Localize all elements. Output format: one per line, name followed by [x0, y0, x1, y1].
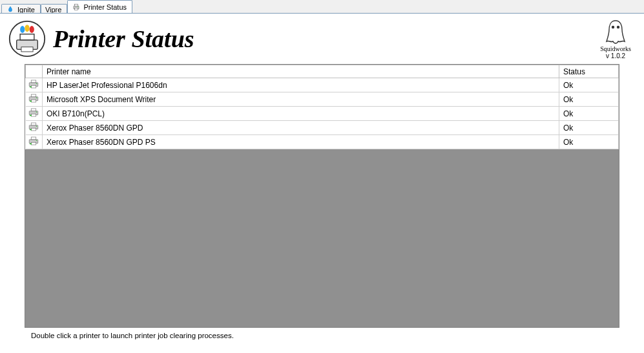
printer-name-cell: Xerox Phaser 8560DN GPD: [43, 121, 559, 135]
printer-name-cell: Microsoft XPS Document Writer: [43, 92, 559, 107]
printer-status-cell: Ok: [559, 135, 619, 149]
svg-rect-20: [32, 100, 37, 102]
brand-name: Squidworks: [600, 45, 631, 52]
svg-point-10: [30, 26, 34, 33]
table-header-row: Printer name Status: [26, 65, 619, 78]
printer-table: Printer name Status HP LaserJet Professi…: [25, 65, 619, 149]
squid-icon: [604, 18, 627, 45]
svg-rect-14: [32, 80, 37, 83]
brand-version: v 1.0.2: [606, 52, 625, 59]
column-header-status[interactable]: Status: [559, 65, 619, 78]
svg-point-11: [612, 26, 614, 28]
svg-point-16: [36, 83, 37, 85]
printer-status-cell: Ok: [559, 107, 619, 121]
column-header-name[interactable]: Printer name: [43, 65, 559, 78]
printer-row-icon: [26, 135, 43, 149]
svg-point-9: [25, 25, 29, 32]
tab-label: Vipre: [45, 6, 61, 14]
tab-strip: Ignite Vipre Printer Status: [0, 0, 644, 13]
grid-empty-area: [25, 149, 619, 327]
svg-point-21: [36, 98, 37, 99]
brand-block: Squidworks v 1.0.2: [600, 18, 634, 59]
svg-point-26: [36, 112, 37, 113]
svg-rect-19: [32, 94, 37, 97]
printer-row-icon: [26, 78, 43, 92]
page-title: Printer Status: [53, 25, 194, 53]
svg-rect-15: [32, 85, 37, 88]
svg-rect-17: [30, 87, 32, 88]
printer-name-cell: Xerox Phaser 8560DN GPD PS: [43, 135, 559, 149]
table-row[interactable]: Xerox Phaser 8560DN GPDOk: [26, 121, 619, 135]
printer-row-icon: [26, 92, 43, 107]
main-panel: Printer Status Squidworks v 1.0.2: [0, 13, 644, 353]
printer-grid-container: Printer name Status HP LaserJet Professi…: [25, 64, 619, 328]
table-row[interactable]: HP LaserJet Professional P1606dnOk: [26, 78, 619, 92]
svg-rect-30: [32, 128, 37, 131]
printer-row-icon: [26, 107, 43, 121]
svg-rect-35: [32, 142, 37, 145]
svg-point-36: [36, 140, 37, 142]
svg-rect-22: [30, 101, 32, 102]
svg-rect-37: [30, 144, 32, 145]
table-row[interactable]: Xerox Phaser 8560DN GPD PSOk: [26, 135, 619, 149]
hint-text: Double click a printer to launch printer…: [31, 332, 644, 339]
printer-icon: [72, 3, 81, 12]
svg-rect-29: [32, 123, 37, 125]
svg-rect-34: [32, 137, 37, 140]
page-header: Printer Status Squidworks v 1.0.2: [0, 14, 644, 61]
svg-rect-2: [75, 8, 78, 10]
svg-point-8: [20, 26, 25, 33]
printer-row-icon: [26, 121, 43, 135]
svg-rect-6: [20, 34, 34, 40]
table-row[interactable]: Microsoft XPS Document WriterOk: [26, 92, 619, 107]
printer-name-cell: HP LaserJet Professional P1606dn: [43, 78, 559, 92]
printer-status-cell: Ok: [559, 78, 619, 92]
tab-printer-status[interactable]: Printer Status: [67, 0, 132, 13]
printer-status-cell: Ok: [559, 121, 619, 135]
printer-logo-icon: [8, 19, 47, 58]
printer-name-cell: OKI B710n(PCL): [43, 107, 559, 121]
table-row[interactable]: OKI B710n(PCL)Ok: [26, 107, 619, 121]
svg-rect-25: [32, 114, 37, 116]
svg-point-12: [617, 26, 619, 28]
svg-point-31: [36, 126, 37, 127]
svg-rect-24: [32, 109, 37, 111]
svg-rect-1: [75, 4, 78, 6]
tab-label: Ignite: [17, 6, 35, 14]
column-header-icon[interactable]: [26, 65, 43, 78]
svg-rect-32: [30, 129, 32, 131]
svg-rect-27: [30, 115, 32, 116]
printer-status-cell: Ok: [559, 92, 619, 107]
svg-rect-7: [21, 47, 33, 52]
tab-label: Printer Status: [83, 3, 127, 11]
svg-point-3: [78, 6, 79, 6]
